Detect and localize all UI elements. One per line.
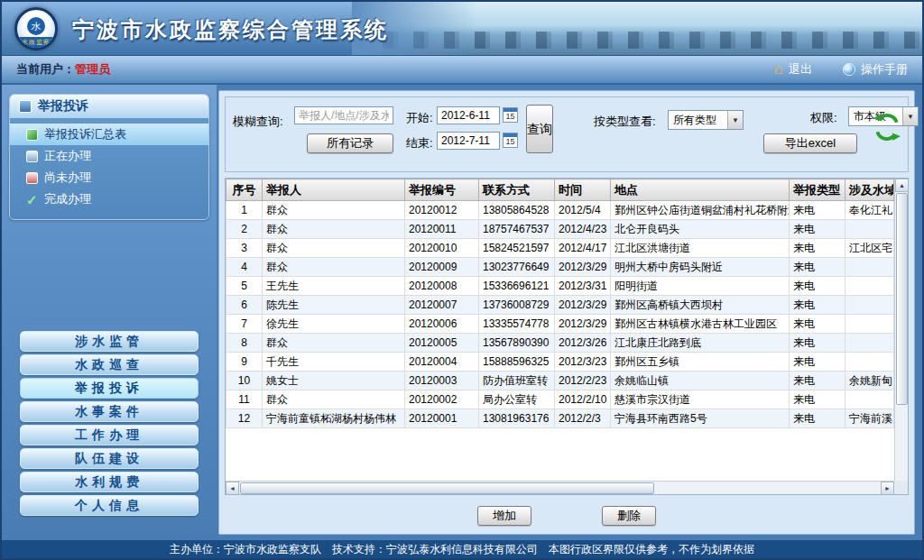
table-cell: 奉化江礼 — [845, 201, 894, 220]
horizontal-scrollbar[interactable]: ◄ ► — [226, 481, 894, 494]
sidebar-nav-button[interactable]: 举报投诉 — [20, 378, 199, 399]
table-row[interactable]: 3群众20120010158245215972012/4/17江北区洪塘街道来电… — [226, 239, 894, 258]
vertical-scrollbar[interactable]: ▲ — [894, 179, 908, 481]
chevron-down-icon: ▼ — [902, 107, 918, 125]
table-cell: 来电 — [790, 296, 845, 315]
sidebar-nav-button[interactable]: 工作办理 — [20, 425, 199, 445]
table-cell: 13567890390 — [479, 334, 555, 353]
sidebar-menu-item[interactable]: 尚未办理 — [10, 167, 208, 188]
chevron-down-icon: ▼ — [727, 111, 743, 129]
table-cell: 防办值班室转 — [479, 372, 555, 390]
refresh-icon[interactable] — [872, 112, 902, 142]
fuzzy-search-input[interactable] — [294, 106, 393, 124]
calendar-icon[interactable]: 15 — [503, 107, 518, 123]
sidebar-nav-button[interactable]: 队伍建设 — [20, 448, 199, 469]
type-select[interactable]: 所有类型 ▼ — [668, 110, 744, 130]
logout-label: 退出 — [789, 61, 812, 78]
table-cell — [845, 334, 894, 353]
table-cell: 鄞州区五乡镇 — [611, 353, 790, 372]
sidebar-panel: 举报投诉 举报投诉汇总表正在办理尚未办理✓完成办理 — [9, 94, 209, 220]
table-cell: 宁海前溪 — [845, 409, 894, 428]
app-footer: 主办单位：宁波市水政监察支队 技术支持：宁波弘泰水利信息科技有限公司 本图行政区… — [2, 540, 922, 558]
app-window: 水 水政监察 宁波市水政监察综合管理系统 当前用户： 管理员 ⌂ 退出 操作手册… — [0, 0, 924, 560]
sidebar-menu-item[interactable]: ✓完成办理 — [10, 188, 208, 210]
vertical-scrollbar-thumb[interactable] — [896, 193, 908, 405]
scroll-up-arrow[interactable]: ▲ — [895, 179, 909, 192]
table-cell: 20120009 — [405, 258, 479, 277]
table-cell: 群众 — [263, 220, 405, 239]
scroll-left-arrow[interactable]: ◄ — [226, 482, 239, 495]
calendar-icon[interactable]: 15 — [503, 133, 518, 148]
table-row[interactable]: 8群众20120005135678903902012/3/26江北康庄北路到底来… — [226, 334, 894, 353]
table-cell: 群众 — [263, 334, 405, 353]
type-filter-label: 按类型查看: — [594, 114, 656, 130]
sidebar-menu-item[interactable]: 举报投诉汇总表 — [10, 124, 208, 145]
table-row[interactable]: 9千先生20120004158885963252012/3/23鄞州区五乡镇来电 — [226, 353, 894, 372]
horizontal-scrollbar-thumb[interactable] — [240, 482, 654, 494]
manual-button[interactable]: 操作手册 — [843, 61, 908, 78]
table-cell: 2012/4/17 — [555, 239, 611, 258]
sidebar-nav-button[interactable]: 涉水监管 — [20, 331, 199, 352]
table-cell — [845, 220, 894, 239]
search-button[interactable]: 查询 — [526, 105, 553, 153]
column-header: 举报人 — [263, 179, 405, 201]
user-bar-actions: ⌂ 退出 操作手册 — [774, 61, 908, 78]
sidebar-menu: 举报投诉汇总表正在办理尚未办理✓完成办理 — [10, 118, 208, 219]
sidebar-nav-button[interactable]: 水利规费 — [20, 472, 199, 492]
start-date-input[interactable] — [437, 106, 500, 124]
table-cell: 2012/3/31 — [555, 277, 611, 296]
column-header: 时间 — [555, 179, 611, 201]
table-cell: 2012/4/23 — [555, 220, 611, 239]
table-row[interactable]: 7徐先生20120006133355747782012/3/29鄞州区古林镇横水… — [226, 315, 894, 334]
table-cell — [845, 353, 894, 372]
table-cell: 2012/5/4 — [555, 201, 611, 220]
table-row[interactable]: 10姚女士20120003防办值班室转2012/2/23余姚临山镇来电余姚新甸 — [226, 372, 894, 390]
delete-button[interactable]: 删除 — [602, 506, 656, 526]
scroll-right-arrow[interactable]: ► — [881, 482, 894, 495]
logout-button[interactable]: ⌂ 退出 — [774, 61, 812, 78]
table-cell: 来电 — [790, 353, 845, 372]
header-cityscape-image — [352, 2, 922, 55]
sidebar-panel-header: 举报投诉 — [10, 95, 208, 118]
table-cell: 明州大桥中房码头附近 — [611, 258, 790, 277]
type-select-value: 所有类型 — [673, 113, 716, 128]
sidebar-nav: 涉水监管水政巡查举报投诉水事案件工作办理队伍建设水利规费个人信息 — [9, 328, 209, 519]
table-cell — [845, 390, 894, 409]
export-excel-button[interactable]: 导出excel — [763, 133, 857, 153]
table-cell: 2012/3/29 — [555, 258, 611, 277]
sidebar-nav-button[interactable]: 水政巡查 — [20, 354, 199, 375]
table-cell: 宁海前童镇柘湖杨村杨伟林 — [263, 409, 405, 428]
sidebar-nav-button[interactable]: 水事案件 — [20, 401, 199, 422]
end-date-input[interactable] — [437, 132, 500, 150]
filter-panel: 模糊查询: 所有记录 开始: 15 结束: 15 查询 按类型查看: 所有类型 … — [225, 96, 909, 172]
sidebar-menu-label: 尚未办理 — [44, 170, 91, 186]
column-header: 举报编号 — [405, 179, 479, 201]
table-cell: 1 — [226, 201, 263, 220]
table-area: 序号举报人举报编号联系方式时间地点举报类型涉及水域 1群众20120012138… — [225, 178, 909, 495]
table-row[interactable]: 12宁海前童镇柘湖杨村杨伟林20120001130819631762012/2/… — [226, 409, 894, 428]
table-row[interactable]: 2群众20120011187574675372012/4/23北仑开良码头来电 — [226, 220, 894, 239]
table-cell: 20120003 — [405, 372, 479, 390]
table-row[interactable]: 4群众20120009130237766492012/3/29明州大桥中房码头附… — [226, 258, 894, 277]
table-cell: 2012/3/23 — [555, 353, 611, 372]
table-header-row: 序号举报人举报编号联系方式时间地点举报类型涉及水域 — [226, 179, 894, 201]
all-records-button[interactable]: 所有记录 — [307, 133, 393, 153]
table-cell: 15824521597 — [479, 239, 555, 258]
sidebar-menu-item[interactable]: 正在办理 — [10, 145, 208, 167]
sidebar-menu-label: 正在办理 — [44, 148, 91, 164]
table-row[interactable]: 11群众20120002局办公室转2012/2/10慈溪市宗汉街道来电 — [226, 390, 894, 409]
table-cell: 20120008 — [405, 277, 479, 296]
table-row[interactable]: 6陈先生20120007137360087292012/3/29鄞州区高桥镇大西… — [226, 296, 894, 315]
table-cell: 13081963176 — [479, 409, 555, 428]
sidebar-nav-button[interactable]: 个人信息 — [20, 495, 199, 516]
table-cell: 群众 — [263, 258, 405, 277]
end-date-label: 结束: — [406, 135, 433, 151]
add-button[interactable]: 增加 — [477, 506, 531, 526]
table-cell: 来电 — [790, 315, 845, 334]
table-cell: 来电 — [790, 201, 845, 220]
table-cell: 千先生 — [263, 353, 405, 372]
current-user-name: 管理员 — [75, 61, 110, 78]
table-cell: 6 — [226, 296, 263, 315]
table-row[interactable]: 1群众20120012138058645282012/5/4鄞州区钟公庙街道铜盆… — [226, 201, 894, 220]
table-row[interactable]: 5王先生20120008153366961212012/3/31阳明街道来电 — [226, 277, 894, 296]
